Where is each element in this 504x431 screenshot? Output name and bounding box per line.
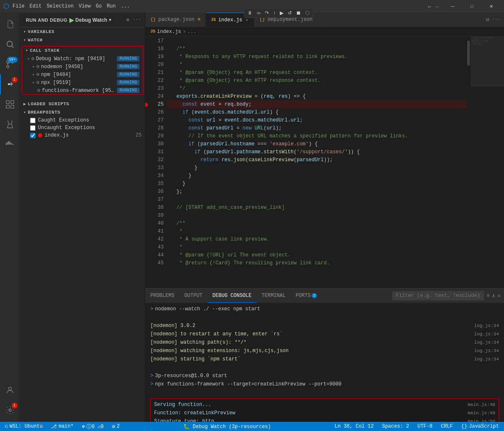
main-ref-3[interactable]: main.js:50	[468, 418, 495, 422]
debug-continue-btn[interactable]: ▶	[278, 9, 285, 17]
indexjs-label: index.js	[45, 132, 69, 138]
callstack-item-debugwatch[interactable]: ▾ ⚙ Debug Watch: npm [9419] RUNNING	[22, 55, 143, 63]
minimap[interactable]: ··· exports.createLinkPreview // comment…	[471, 36, 504, 288]
log-ref-1[interactable]: log.js:34	[474, 322, 499, 330]
uncaught-exceptions-checkbox[interactable]	[30, 125, 35, 131]
npm-text-2: npx functions-framework --target=createL…	[155, 380, 341, 388]
code-line-29: // If the event object URL matches a spe…	[167, 132, 466, 140]
panel-tab-output[interactable]: OUTPUT	[180, 289, 208, 303]
breakpoint-uncaught-exceptions[interactable]: Uncaught Exceptions	[20, 124, 145, 132]
main-ref-2[interactable]: main.js:49	[468, 409, 495, 417]
activity-settings[interactable]: 1	[0, 400, 20, 420]
status-encoding[interactable]: UTF-8	[416, 423, 434, 429]
status-branch[interactable]: ⎇ main*	[49, 423, 75, 430]
tab-package-json[interactable]: {} package.json M	[145, 13, 206, 27]
activity-search[interactable]	[0, 34, 20, 54]
filter-input[interactable]	[392, 291, 484, 300]
breakpoint-indexjs[interactable]: index.js 25	[20, 132, 145, 139]
panel-tab-ports[interactable]: PORTS 2	[291, 289, 322, 303]
menu-more[interactable]: ...	[121, 3, 130, 9]
variables-header[interactable]: ▾ VARIABLES	[20, 28, 145, 36]
nodemon-text-5: [nodemon] starting `npm start`	[150, 355, 241, 363]
menu-edit[interactable]: Edit	[30, 3, 42, 9]
panel-close-icon[interactable]: ✕	[498, 293, 501, 299]
debug-stop-btn[interactable]: ⏹	[294, 9, 303, 17]
menu-go[interactable]: Go	[96, 3, 101, 9]
code-line-32: return res.json(caseLinkPreview(parsedUr…	[167, 156, 466, 164]
panel-menu-icon[interactable]: ≡	[486, 293, 489, 299]
log-ref-3[interactable]: log.js:34	[474, 339, 499, 346]
log-ref-4[interactable]: log.js:34	[474, 347, 499, 355]
panel-tab-terminal[interactable]: TERMINAL	[256, 289, 291, 303]
menu-bar[interactable]: File Edit Selection View Go Run ...	[13, 3, 130, 9]
minimize-btn[interactable]: ─	[443, 0, 462, 13]
debug-pause-btn[interactable]: ⏸	[246, 9, 254, 17]
breakpoints-header[interactable]: ▾ BREAKPOINTS	[20, 108, 145, 117]
scrollbar-thumb[interactable]	[467, 41, 470, 66]
status-spaces[interactable]: Spaces: 2	[380, 423, 411, 429]
settings-gear-icon[interactable]: ⚙	[126, 17, 129, 23]
callstack-item-npm[interactable]: ▾ ⚙ npm [9484] RUNNING	[22, 71, 143, 79]
nodemon-text-1: [nodemon] 3.0.2	[150, 322, 195, 330]
debug-step-into-btn[interactable]: ↷	[263, 9, 271, 17]
menu-run[interactable]: Run	[107, 3, 116, 9]
breakpoint-caught-exceptions[interactable]: Caught Exceptions	[20, 117, 145, 124]
log-ref-2[interactable]: log.js:34	[474, 330, 499, 338]
debug-step-over-btn[interactable]: ⤼	[255, 9, 262, 17]
indexjs-checkbox[interactable]	[30, 133, 35, 138]
breadcrumb-file[interactable]: index.js	[157, 29, 181, 35]
more-tabs-icon[interactable]: ···	[491, 17, 501, 23]
breadcrumb-more[interactable]: ...	[187, 29, 197, 35]
activity-docker[interactable]	[0, 134, 20, 155]
activity-run-debug[interactable]: 1	[0, 74, 20, 94]
vertical-scrollbar[interactable]	[466, 36, 471, 288]
panel-tab-problems[interactable]: PROBLEMS	[145, 289, 180, 303]
main-ref-1[interactable]: main.js:48	[468, 401, 495, 408]
activity-explorer[interactable]	[0, 14, 20, 34]
nav-forward-btn[interactable]: →	[434, 3, 440, 10]
split-editor-icon[interactable]: ⊟	[486, 17, 489, 23]
menu-selection[interactable]: Selection	[47, 3, 74, 9]
code-line-43: *	[167, 243, 466, 251]
status-eol[interactable]: CRLF	[439, 423, 455, 429]
activity-account[interactable]	[0, 380, 20, 400]
console-line-blank3	[150, 388, 499, 397]
status-language[interactable]: {} JavaScript	[460, 423, 501, 429]
activity-source-control[interactable]: 1k+	[0, 54, 20, 74]
status-wsl[interactable]: ⎌ WSL: Ubuntu	[3, 423, 44, 429]
debug-restart-btn[interactable]: ↺	[286, 9, 294, 17]
code-line-36: };	[167, 188, 466, 196]
status-sync[interactable]: ⚙ 2	[110, 423, 121, 430]
sidebar-header-icons: ⚙ ···	[126, 17, 142, 23]
window-controls[interactable]: ─ □ ✕	[443, 0, 501, 13]
menu-view[interactable]: View	[79, 3, 91, 9]
close-btn[interactable]: ✕	[481, 0, 501, 13]
loaded-scripts-chevron: ▶	[23, 101, 26, 106]
loaded-scripts-header[interactable]: ▶ LOADED SCRIPTS	[20, 100, 145, 108]
code-area[interactable]: /** * Responds to any HTTP request relat…	[167, 36, 466, 288]
console-line-blank2	[150, 363, 499, 372]
status-errors[interactable]: ⊕ ⓘ0 ⚠0	[80, 423, 105, 430]
caught-exceptions-checkbox[interactable]	[30, 118, 35, 123]
menu-file[interactable]: File	[13, 3, 25, 9]
callstack-header[interactable]: ▾ CALL STACK	[22, 46, 143, 55]
watch-header[interactable]: ▾ WATCH	[20, 36, 145, 44]
panel-tab-debug-console[interactable]: DEBUG CONSOLE	[208, 289, 257, 303]
status-line-col[interactable]: Ln 38, Col 12	[333, 423, 375, 429]
tab-bar: {} package.json M JS index.js ✕ {} deplo…	[145, 13, 504, 27]
run-debug-button[interactable]: RUN AND DEBUG ▶ Debug Watch ▾	[23, 16, 114, 24]
activity-bottom: 1	[0, 380, 20, 420]
callstack-item-npx[interactable]: ▾ ⚙ npx [9519] RUNNING	[22, 79, 143, 86]
nav-back-btn[interactable]: ←	[427, 3, 432, 10]
more-icon[interactable]: ···	[132, 17, 142, 23]
minimap-content: ··· exports.createLinkPreview // comment…	[471, 36, 504, 46]
activity-extensions[interactable]	[0, 94, 20, 114]
panel-collapse-up-icon[interactable]: ∧	[492, 293, 495, 299]
console-prompt-2: >	[150, 372, 153, 380]
callstack-item-nodemon[interactable]: ▾ ⚙ nodemon [9450] RUNNING	[22, 63, 143, 71]
activity-test[interactable]	[0, 114, 20, 134]
debug-step-out-btn[interactable]: ↑	[271, 9, 277, 17]
log-ref-5[interactable]: log.js:34	[474, 355, 499, 363]
maximize-btn[interactable]: □	[462, 0, 481, 13]
callstack-item-ff[interactable]: ⚙ functions-framework [954... RUNNING	[22, 86, 143, 94]
